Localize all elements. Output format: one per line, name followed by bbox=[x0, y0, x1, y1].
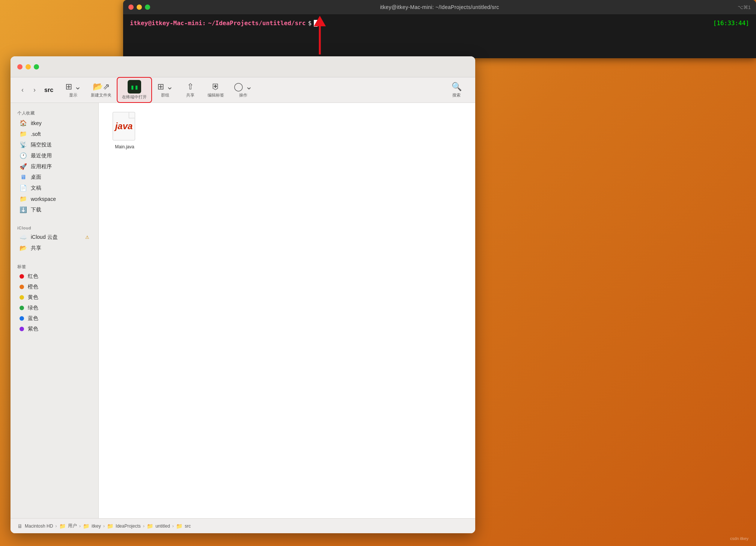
finder-minimize-button[interactable] bbox=[26, 64, 31, 69]
terminal-icon: ▮▮ bbox=[130, 83, 139, 91]
group-icon: ⊞ ⌄ bbox=[157, 82, 173, 92]
toolbar-title-area: src bbox=[44, 87, 53, 94]
terminal-prompt-line: itkey@itkey-Mac-mini: ~/IdeaProjects/unt… bbox=[130, 20, 749, 27]
action-label: 操作 bbox=[239, 92, 247, 98]
terminal-title: itkey@itkey-Mac-mini: ~/IdeaProjects/unt… bbox=[380, 4, 499, 10]
sidebar-item-tag-purple[interactable]: 紫色 bbox=[13, 324, 96, 334]
file-type-label: java bbox=[115, 121, 133, 131]
sidebar-item-itkey[interactable]: 🏠 itkey bbox=[13, 118, 96, 128]
sidebar-item-tag-green[interactable]: 绿色 bbox=[13, 303, 96, 313]
sidebar-item-desktop[interactable]: 🖥 桌面 bbox=[13, 172, 96, 183]
finder-statusbar: 🖥 Macintosh HD › 📁 用户 › 📁 itkey › 📁 Idea… bbox=[11, 518, 475, 533]
finder-window: ‹ › src ⊞ ⌄ 显示 📂⇗ 新建文件夹 ▮▮ 在终端中打开 bbox=[11, 56, 475, 533]
sidebar-item-tag-orange[interactable]: 橙色 bbox=[13, 282, 96, 292]
tag-dot-yellow bbox=[20, 295, 24, 300]
home-icon: 🏠 bbox=[20, 119, 27, 127]
sidebar-item-icloud-drive[interactable]: ☁️ iCloud 云盘 ⚠ bbox=[13, 232, 96, 243]
sidebar-item-tag-yellow[interactable]: 黄色 bbox=[13, 292, 96, 303]
breadcrumb-src[interactable]: 📁 src bbox=[176, 523, 191, 529]
breadcrumb-itkey[interactable]: 📁 itkey bbox=[83, 523, 101, 529]
sidebar-item-apps[interactable]: 🚀 应用程序 bbox=[13, 161, 96, 172]
toolbar-search-button[interactable]: 🔍 搜索 bbox=[444, 80, 468, 100]
new-folder-icon: 📂⇗ bbox=[93, 82, 110, 92]
recent-icon: 🕐 bbox=[20, 152, 27, 159]
share-label: 共享 bbox=[186, 92, 194, 98]
forward-button[interactable]: › bbox=[29, 85, 40, 95]
toolbar-display-button[interactable]: ⊞ ⌄ 显示 bbox=[61, 80, 86, 100]
shared-folder-icon: 📂 bbox=[20, 244, 27, 252]
sidebar-item-tag-blue[interactable]: 蓝色 bbox=[13, 313, 96, 324]
download-icon: ⬇️ bbox=[20, 206, 27, 213]
terminal-icon-box: ▮▮ bbox=[128, 80, 141, 94]
sidebar-item-airdrop[interactable]: 📡 隔空投送 bbox=[13, 139, 96, 150]
breadcrumb-label-users: 用户 bbox=[68, 523, 77, 529]
sidebar-item-documents[interactable]: 📄 文稿 bbox=[13, 183, 96, 193]
finder-content: 个人收藏 🏠 itkey 📁 .soft 📡 隔空投送 🕐 最近使用 🚀 应用程… bbox=[11, 103, 475, 518]
sidebar-item-downloads[interactable]: ⬇️ 下载 bbox=[13, 204, 96, 215]
sidebar-label-tag-red: 红色 bbox=[28, 273, 38, 280]
folder-workspace-icon: 📁 bbox=[20, 195, 27, 202]
sidebar-label-downloads: 下载 bbox=[31, 207, 41, 213]
sidebar-item-tag-red[interactable]: 红色 bbox=[13, 271, 96, 282]
terminal-label: 在终端中打开 bbox=[122, 94, 147, 100]
file-item-main-java[interactable]: java Main.java bbox=[108, 112, 142, 149]
terminal-user: itkey@itkey-Mac-mini: bbox=[130, 20, 206, 27]
sidebar-label-workspace: workspace bbox=[31, 196, 56, 202]
breadcrumb-macintosh-hd[interactable]: 🖥 Macintosh HD bbox=[17, 523, 53, 529]
terminal-dollar: $ bbox=[308, 20, 312, 27]
sidebar-label-recent: 最近使用 bbox=[31, 152, 52, 159]
sidebar-label-tag-blue: 蓝色 bbox=[28, 315, 38, 322]
sidebar-item-shared[interactable]: 📂 共享 bbox=[13, 243, 96, 253]
breadcrumb-ideaprojects[interactable]: 📁 IdeaProjects bbox=[107, 523, 141, 529]
tag-icon: ⛨ bbox=[212, 82, 220, 92]
untitled-folder-icon: 📁 bbox=[147, 523, 153, 529]
sidebar-label-tag-green: 绿色 bbox=[28, 305, 38, 311]
breadcrumb-label-ideaprojects: IdeaProjects bbox=[116, 523, 141, 529]
sidebar-item-recent[interactable]: 🕐 最近使用 bbox=[13, 150, 96, 161]
back-button[interactable]: ‹ bbox=[17, 85, 28, 95]
tags-section-title: 标签 bbox=[11, 261, 98, 271]
terminal-close-button[interactable] bbox=[128, 5, 134, 10]
toolbar-group-button[interactable]: ⊞ ⌄ 群组 bbox=[153, 80, 178, 100]
search-label: 搜索 bbox=[452, 92, 461, 98]
tag-dot-purple bbox=[20, 327, 24, 331]
finder-close-button[interactable] bbox=[17, 64, 23, 69]
display-icon: ⊞ ⌄ bbox=[65, 82, 81, 92]
sidebar-label-tag-purple: 紫色 bbox=[28, 326, 38, 332]
new-folder-label: 新建文件夹 bbox=[91, 92, 111, 98]
tag-dot-orange bbox=[20, 285, 24, 289]
toolbar-terminal-button[interactable]: ▮▮ 在终端中打开 bbox=[117, 77, 152, 103]
sidebar-item-workspace[interactable]: 📁 workspace bbox=[13, 193, 96, 204]
file-corner-fold bbox=[129, 112, 135, 118]
icloud-warning-badge: ⚠ bbox=[85, 235, 89, 240]
hd-icon: 🖥 bbox=[17, 523, 23, 529]
toolbar-new-folder-button[interactable]: 📂⇗ 新建文件夹 bbox=[86, 80, 116, 100]
sidebar-label-desktop: 桌面 bbox=[31, 174, 41, 181]
ideaprojects-folder-icon: 📁 bbox=[107, 523, 113, 529]
terminal-minimize-button[interactable] bbox=[137, 5, 142, 10]
breadcrumb-sep-1: › bbox=[55, 523, 57, 529]
sidebar-divider-1 bbox=[11, 215, 98, 223]
sidebar-item-soft[interactable]: 📁 .soft bbox=[13, 128, 96, 139]
breadcrumb-sep-2: › bbox=[79, 523, 81, 529]
sidebar-label-shared: 共享 bbox=[31, 245, 41, 252]
sidebar-label-soft: .soft bbox=[31, 131, 41, 137]
toolbar-edit-tag-button[interactable]: ⛨ 编辑标签 bbox=[203, 80, 229, 100]
breadcrumb-sep-5: › bbox=[172, 523, 174, 529]
breadcrumb-users[interactable]: 📁 用户 bbox=[59, 523, 77, 529]
apps-icon: 🚀 bbox=[20, 163, 27, 170]
users-folder-icon: 📁 bbox=[59, 523, 66, 529]
toolbar-action-button[interactable]: ◯ ⌄ 操作 bbox=[229, 80, 257, 100]
desktop-icon: 🖥 bbox=[20, 174, 27, 181]
breadcrumb-label-itkey: itkey bbox=[92, 523, 101, 529]
breadcrumb-untitled[interactable]: 📁 untitled bbox=[147, 523, 170, 529]
toolbar-share-button[interactable]: ⇧ 共享 bbox=[178, 80, 202, 100]
terminal-maximize-button[interactable] bbox=[145, 5, 150, 10]
icloud-icon: ☁️ bbox=[20, 234, 27, 241]
finder-maximize-button[interactable] bbox=[34, 64, 39, 69]
breadcrumb-label-src: src bbox=[185, 523, 191, 529]
arrow-line bbox=[319, 23, 321, 54]
src-folder-icon: 📁 bbox=[176, 523, 182, 529]
terminal-titlebar: itkey@itkey-Mac-mini: ~/IdeaProjects/unt… bbox=[123, 0, 756, 14]
sidebar-label-itkey: itkey bbox=[31, 120, 42, 126]
